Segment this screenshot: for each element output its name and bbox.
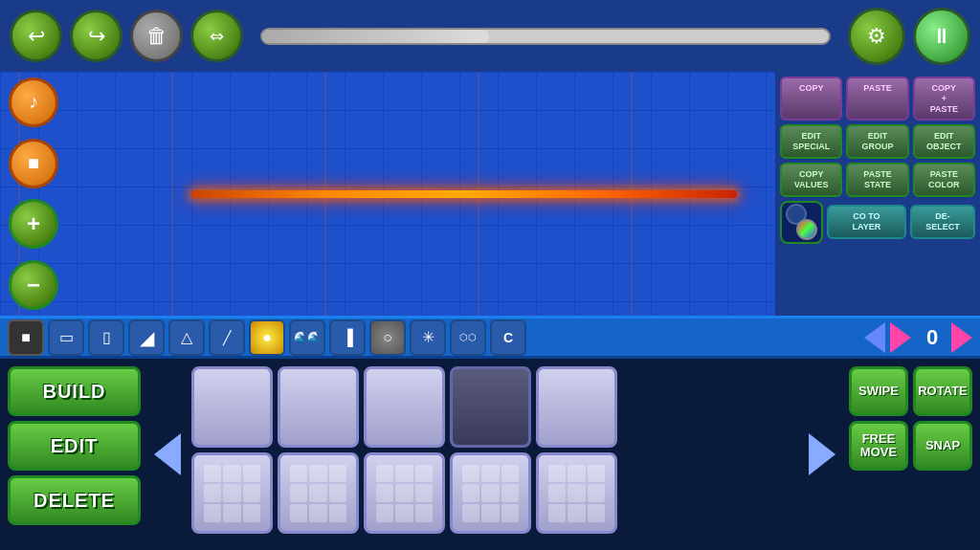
- redo-button[interactable]: ↪: [70, 10, 122, 62]
- paste-color-button[interactable]: PASTECOLOR: [913, 163, 975, 197]
- swap-button[interactable]: ⇔: [190, 10, 243, 62]
- scroll-left-area: [148, 359, 187, 550]
- top-toolbar: ↩ ↪ 🗑 ⇔ ⚙ ⏸: [0, 0, 980, 72]
- go-to-layer-button[interactable]: CO TOLAYER: [827, 205, 906, 239]
- scroll-left-button[interactable]: [154, 433, 181, 475]
- build-item-4[interactable]: [450, 366, 531, 448]
- snap-button[interactable]: SNAP: [913, 421, 972, 471]
- lava-line: [191, 190, 737, 198]
- square-button[interactable]: ■: [9, 139, 58, 188]
- layer-row: CO TOLAYER DE-SELECT: [780, 201, 975, 244]
- paste-state-button[interactable]: PASTESTATE: [846, 163, 908, 197]
- scroll-right-area: [803, 359, 841, 550]
- snap-label: SNAP: [925, 439, 960, 452]
- nav-icon-slope[interactable]: ◢: [128, 319, 165, 356]
- edit-row: EDITSPECIAL EDITGROUP EDITOBJECT: [780, 124, 975, 159]
- progress-fill: [262, 30, 489, 43]
- pagination-area: 0: [864, 322, 972, 353]
- nav-icon-circle[interactable]: ●: [249, 319, 285, 356]
- build-item-10[interactable]: [536, 452, 617, 534]
- nav-icon-line[interactable]: ╱: [209, 319, 245, 356]
- trash-button[interactable]: 🗑: [130, 10, 183, 62]
- copy-paste-row: COPY PASTE COPY+PASTE: [780, 77, 975, 121]
- nav-bar: ■ ▭ ▯ ◢ △ ╱ ● 🌊🌊 ▐ ○ ✳ ⬡⬡ C 0: [0, 316, 980, 359]
- copy-values-button[interactable]: COPYVALUES: [780, 163, 842, 197]
- build-item-3[interactable]: [364, 366, 445, 448]
- build-item-2[interactable]: [278, 366, 359, 448]
- settings-button[interactable]: ⚙: [848, 8, 905, 65]
- nav-icon-hollow[interactable]: ○: [369, 319, 406, 356]
- build-item-7[interactable]: [278, 452, 359, 534]
- build-item-8[interactable]: [364, 452, 445, 534]
- pause-button[interactable]: ⏸: [913, 8, 970, 65]
- canvas-area[interactable]: [0, 72, 775, 316]
- nav-icon-tall[interactable]: ▯: [88, 319, 124, 356]
- nav-icon-c[interactable]: C: [490, 319, 526, 356]
- nav-icon-star[interactable]: ✳: [410, 319, 446, 356]
- free-move-button[interactable]: FREEMOVE: [849, 421, 908, 471]
- page-next-left-button[interactable]: [890, 322, 911, 353]
- bottom-section: BUILD EDIT DELETE: [0, 359, 980, 550]
- zoom-out-icon: −: [27, 272, 40, 298]
- build-item-5[interactable]: [536, 366, 617, 448]
- nav-icon-block[interactable]: ■: [8, 319, 44, 356]
- nav-icon-rect[interactable]: ▭: [48, 319, 84, 356]
- music-button[interactable]: ♪: [9, 77, 58, 127]
- grid-inner-7: [290, 465, 347, 522]
- paste-button[interactable]: PASTE: [846, 77, 908, 121]
- grid-inner-9: [462, 465, 520, 522]
- swipe-button[interactable]: SWIPE: [849, 366, 908, 416]
- nav-icon-wave[interactable]: 🌊🌊: [289, 319, 325, 356]
- copy-button[interactable]: COPY: [780, 77, 842, 121]
- left-sidebar: ♪ ■ + −: [5, 72, 62, 316]
- delete-button[interactable]: DELETE: [8, 475, 141, 525]
- build-item-1[interactable]: [191, 366, 273, 448]
- edit-group-button[interactable]: EDITGROUP: [846, 124, 908, 159]
- undo-button[interactable]: ↩: [10, 10, 62, 62]
- nav-icon-triangle[interactable]: △: [168, 319, 205, 356]
- edit-special-button[interactable]: EDITSPECIAL: [780, 124, 842, 159]
- mode-buttons: BUILD EDIT DELETE: [0, 359, 148, 550]
- grid-inner-6: [204, 465, 261, 522]
- edit-mode-button[interactable]: EDIT: [8, 421, 141, 471]
- page-number: 0: [918, 325, 947, 350]
- music-icon: ♪: [29, 91, 38, 113]
- copy-paste-button[interactable]: COPY+PASTE: [913, 77, 975, 121]
- color-circles[interactable]: [780, 201, 823, 244]
- nav-icon-multi[interactable]: ⬡⬡: [450, 319, 486, 356]
- scroll-right-button[interactable]: [809, 433, 835, 475]
- build-item-6[interactable]: [191, 452, 273, 534]
- build-items-grid: [187, 359, 803, 550]
- zoom-in-button[interactable]: +: [9, 199, 58, 249]
- build-button[interactable]: BUILD: [8, 366, 141, 416]
- build-row-top: [191, 366, 798, 448]
- rotate-button[interactable]: ROTATE: [913, 366, 972, 416]
- right-panel: COPY PASTE COPY+PASTE EDITSPECIAL EDITGR…: [775, 72, 980, 316]
- build-row-bottom: [191, 452, 798, 534]
- nav-icon-bar[interactable]: ▐: [329, 319, 366, 356]
- square-icon: ■: [28, 152, 39, 174]
- build-item-9[interactable]: [450, 452, 531, 534]
- zoom-in-icon: +: [27, 210, 40, 237]
- grid-inner-10: [548, 465, 606, 522]
- page-next-button[interactable]: [951, 322, 972, 353]
- grid-inner-8: [376, 465, 434, 522]
- action-row-bottom: FREEMOVE SNAP: [849, 421, 972, 471]
- progress-bar: [260, 28, 831, 45]
- rotate-label: ROTATE: [918, 385, 968, 398]
- action-buttons: SWIPE ROTATE FREEMOVE SNAP: [841, 359, 980, 550]
- zoom-out-button[interactable]: −: [9, 260, 58, 310]
- edit-object-button[interactable]: EDITOBJECT: [913, 124, 975, 159]
- deselect-button[interactable]: DE-SELECT: [910, 205, 975, 239]
- values-row: COPYVALUES PASTESTATE PASTECOLOR: [780, 163, 975, 197]
- action-row-top: SWIPE ROTATE: [849, 366, 972, 416]
- page-prev-button[interactable]: [864, 322, 885, 353]
